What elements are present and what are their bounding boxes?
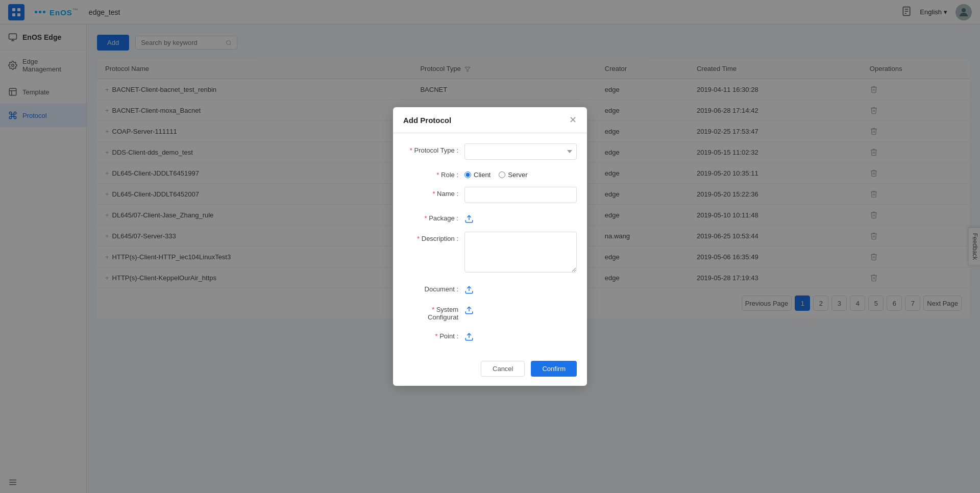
system-config-label: System Configurat: [403, 303, 464, 321]
modal-header: Add Protocol ✕: [393, 107, 587, 133]
point-upload-icon: [464, 332, 474, 341]
role-client-radio[interactable]: [464, 171, 471, 178]
role-control: Client Server: [464, 168, 577, 179]
protocol-type-label: Protocol Type :: [403, 143, 464, 154]
package-row: Package :: [403, 211, 577, 224]
role-label: Role :: [403, 168, 464, 179]
package-label: Package :: [403, 211, 464, 222]
role-server-label: Server: [508, 171, 527, 179]
system-config-row: System Configurat: [403, 303, 577, 321]
protocol-type-control: [464, 143, 577, 160]
name-input[interactable]: [464, 187, 577, 203]
description-control: [464, 232, 577, 274]
protocol-type-row: Protocol Type :: [403, 143, 577, 160]
modal-footer: Cancel Confirm: [393, 355, 587, 386]
description-label: Description :: [403, 232, 464, 242]
role-server-radio[interactable]: [499, 171, 505, 178]
package-upload-button[interactable]: [464, 211, 577, 224]
document-upload-icon: [464, 285, 474, 294]
modal-body: Protocol Type : Role : Client: [393, 133, 587, 355]
modal-close-button[interactable]: ✕: [569, 115, 577, 125]
point-upload-button[interactable]: [464, 329, 577, 341]
role-row: Role : Client Server: [403, 168, 577, 179]
cancel-button[interactable]: Cancel: [481, 361, 525, 377]
document-upload-button[interactable]: [464, 282, 577, 294]
package-control: [464, 211, 577, 224]
role-client-option[interactable]: Client: [464, 171, 491, 179]
protocol-type-select[interactable]: [464, 143, 577, 160]
system-config-upload-icon: [464, 306, 474, 315]
name-row: Name :: [403, 187, 577, 203]
name-label: Name :: [403, 187, 464, 198]
role-radio-group: Client Server: [464, 168, 577, 179]
confirm-button[interactable]: Confirm: [531, 361, 577, 377]
point-row: Point :: [403, 329, 577, 341]
system-config-upload-button[interactable]: [464, 303, 577, 315]
role-server-option[interactable]: Server: [499, 171, 527, 179]
description-row: Description :: [403, 232, 577, 274]
name-control: [464, 187, 577, 203]
document-row: Document :: [403, 282, 577, 294]
description-textarea[interactable]: [464, 232, 577, 273]
point-label: Point :: [403, 329, 464, 340]
point-control: [464, 329, 577, 341]
system-config-control: [464, 303, 577, 315]
add-protocol-modal: Add Protocol ✕ Protocol Type : Role :: [393, 107, 587, 386]
document-control: [464, 282, 577, 294]
modal-title: Add Protocol: [403, 116, 451, 125]
document-label: Document :: [403, 282, 464, 293]
role-client-label: Client: [474, 171, 491, 179]
modal-overlay: Add Protocol ✕ Protocol Type : Role :: [0, 0, 980, 493]
upload-icon: [464, 214, 474, 224]
